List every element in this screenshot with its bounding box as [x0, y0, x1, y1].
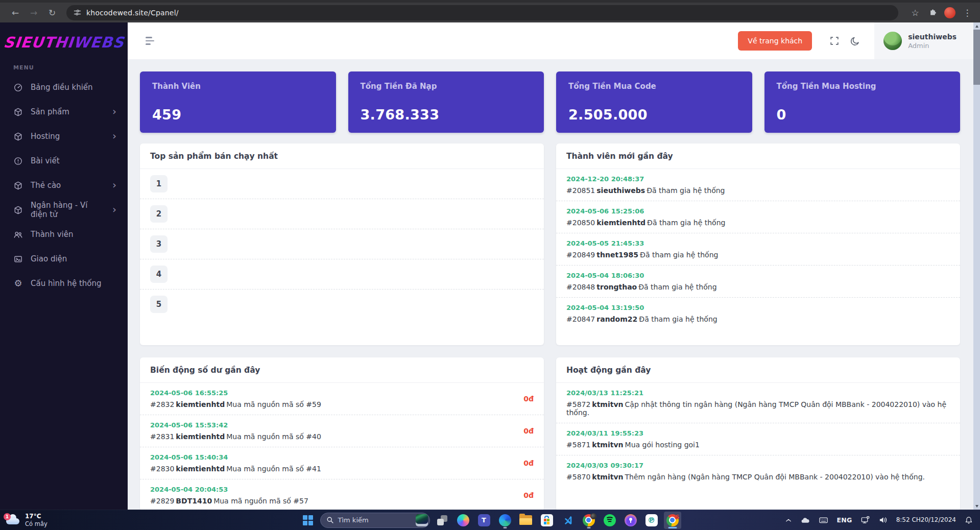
- start-button[interactable]: [299, 512, 317, 529]
- scroll-up-arrow[interactable]: [973, 22, 980, 30]
- onedrive-cloud-icon[interactable]: [798, 512, 813, 529]
- badge-alert-icon: [13, 156, 23, 166]
- sidebar-item-hosting[interactable]: Hosting ›: [0, 124, 128, 149]
- windows-logo-icon: [303, 515, 313, 525]
- panel-title: Biến động số dư gần đây: [150, 366, 260, 375]
- privacy-app-button[interactable]: [622, 512, 639, 529]
- spotify-icon: [604, 514, 616, 526]
- proton-app-button[interactable]: ℗: [643, 512, 660, 529]
- teams-button[interactable]: T: [475, 512, 493, 529]
- notifications-bell-icon[interactable]: [962, 512, 976, 529]
- browser-back-button[interactable]: ←: [7, 5, 23, 21]
- bookmark-star-icon[interactable]: ☆: [907, 5, 923, 20]
- extensions-puzzle-icon[interactable]: [925, 5, 940, 20]
- panel-title: Top sản phẩm bán chạy nhất: [150, 152, 278, 161]
- sidebar-item-members[interactable]: Thành viên: [0, 222, 128, 247]
- task-view-icon: [437, 515, 447, 525]
- avatar: [883, 32, 902, 50]
- panel-balance-changes: Biến động số dư gần đây 2024-05-06 16:55…: [140, 357, 544, 510]
- taskbar-clock[interactable]: 8:52 CH 20/12/2024: [894, 512, 959, 529]
- gauge-icon: [13, 83, 23, 92]
- rank-chip: 2: [150, 205, 168, 223]
- sidebar-item-label: Bảng điều khiển: [31, 83, 93, 92]
- chevron-right-icon: ›: [112, 204, 116, 216]
- edge-button[interactable]: [496, 512, 514, 529]
- scrollbar-thumb[interactable]: [973, 30, 980, 85]
- language-indicator[interactable]: ENG: [834, 512, 854, 529]
- browser-menu-icon[interactable]: ⋮: [960, 5, 975, 20]
- vscode-button[interactable]: [559, 512, 577, 529]
- rank-chip: 5: [150, 296, 168, 313]
- microsoft-store-button[interactable]: [538, 512, 556, 529]
- chrome-button[interactable]: [580, 512, 597, 529]
- logo[interactable]: SIEUTHIWEBS: [0, 34, 129, 51]
- sidebar-item-label: Hosting: [31, 132, 60, 141]
- search-placeholder: Tìm kiếm: [338, 516, 412, 524]
- panel-top-products: Top sản phẩm bán chạy nhất 1 2 3 4 5: [140, 143, 544, 345]
- vertical-scrollbar[interactable]: [973, 22, 980, 510]
- sidebar-item-theme[interactable]: Giao diện: [0, 247, 128, 271]
- sidebar-item-cards[interactable]: Thẻ cào ›: [0, 173, 128, 198]
- spotify-button[interactable]: [601, 512, 618, 529]
- sidebar-item-label: Thẻ cào: [31, 181, 61, 190]
- chevron-right-icon: ›: [112, 180, 116, 191]
- network-icon[interactable]: [858, 512, 873, 529]
- sidebar-item-posts[interactable]: Bài viết: [0, 149, 128, 173]
- chrome-profile-window-button[interactable]: S: [664, 512, 681, 529]
- rank-chip: 3: [150, 235, 168, 253]
- taskbar-search[interactable]: Tìm kiếm: [320, 513, 430, 528]
- browser-profile-avatar[interactable]: [944, 7, 955, 18]
- list-item: 2024-05-04 18:06:30 #20848trongthaoĐã th…: [556, 265, 960, 297]
- task-view-button[interactable]: [434, 512, 451, 529]
- menu-section-label: MENU: [0, 64, 128, 71]
- image-icon: [13, 254, 23, 264]
- copilot-button[interactable]: [455, 512, 472, 529]
- copilot-icon: [457, 514, 469, 526]
- list-item: 2: [140, 199, 544, 229]
- weather-cloud-icon: 1: [5, 515, 20, 525]
- sidebar-item-system-config[interactable]: ⚙ Cấu hình hệ thống: [0, 271, 128, 296]
- list-item: 4: [140, 259, 544, 289]
- panel-new-members: Thành viên mới gần đây 2024-12-20 20:48:…: [556, 143, 960, 345]
- site-settings-icon[interactable]: [74, 9, 81, 16]
- fullscreen-icon[interactable]: [824, 31, 845, 51]
- dashboard-content: Thành Viên 459 Tổng Tiền Đã Nạp 3.768.33…: [128, 59, 980, 510]
- panel-title: Thành viên mới gần đây: [566, 152, 673, 161]
- address-bar[interactable]: khocodewed.site/Cpanel/: [66, 5, 898, 20]
- list-item: 2024/03/11 19:55:23 #5871ktmitvnMua gói …: [556, 423, 960, 455]
- amount-badge: 0đ: [517, 395, 534, 403]
- topbar: Về trang khách sieuthiwebs Admin: [128, 22, 980, 59]
- weather-condition: Có mây: [25, 520, 47, 527]
- chevron-right-icon: ›: [112, 106, 116, 118]
- sidebar-item-products[interactable]: Sản phẩm ›: [0, 100, 128, 124]
- file-explorer-button[interactable]: [517, 512, 535, 529]
- sidebar-item-label: Bài viết: [31, 156, 60, 165]
- list-item: 2024-05-06 15:53:42 #2831kiemtienhtdMua …: [140, 415, 544, 447]
- proton-icon: ℗: [646, 514, 658, 526]
- sidebar-item-dashboard[interactable]: Bảng điều khiển: [0, 75, 128, 100]
- guest-site-button[interactable]: Về trang khách: [738, 31, 812, 51]
- list-item: 2024-05-05 21:45:33 #20849thnet1985Đã th…: [556, 233, 960, 265]
- rank-chip: 4: [150, 266, 168, 283]
- hamburger-menu-icon[interactable]: [146, 35, 154, 47]
- scroll-down-arrow[interactable]: [973, 502, 980, 510]
- dark-mode-moon-icon[interactable]: [845, 31, 865, 51]
- taskbar: 1 17°C Có mây Tìm kiếm T ℗: [0, 510, 980, 530]
- weather-widget[interactable]: 1 17°C Có mây: [5, 510, 47, 530]
- stat-card-members: Thành Viên 459: [140, 71, 336, 133]
- sidebar-item-label: Cấu hình hệ thống: [31, 279, 102, 288]
- sidebar-item-banks[interactable]: Ngân hàng - Ví điện tử ›: [0, 198, 128, 222]
- browser-refresh-button[interactable]: ↻: [44, 5, 60, 21]
- touch-keyboard-icon[interactable]: [816, 512, 831, 529]
- clock-time: 8:52 CH: [896, 516, 921, 524]
- user-menu[interactable]: sieuthiwebs Admin: [874, 22, 980, 59]
- list-item: 3: [140, 229, 544, 259]
- browser-forward-button[interactable]: →: [26, 5, 42, 21]
- tray-chevron-icon[interactable]: [782, 512, 795, 529]
- list-item: 2024-05-06 15:40:34 #2830kiemtienhtdMua …: [140, 447, 544, 479]
- notification-badge: 1: [4, 513, 11, 520]
- volume-icon[interactable]: [876, 512, 891, 529]
- store-icon: [541, 514, 553, 526]
- list-item: 2024-05-04 20:04:53 #2829BDT1410Mua mã n…: [140, 479, 544, 510]
- panel-recent-activity: Hoạt động gần đây 2024/03/13 11:25:21 #5…: [556, 357, 960, 510]
